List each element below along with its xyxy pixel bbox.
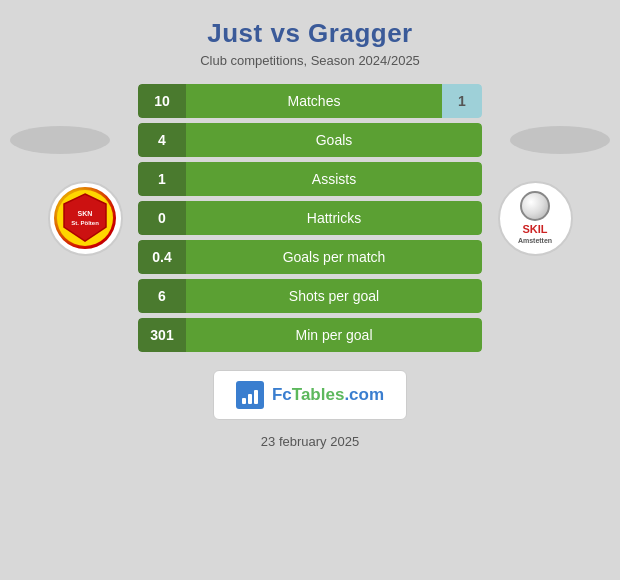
team-logo-left-circle: SKN St. Pölten	[48, 181, 123, 256]
stat-left-value-0: 10	[138, 84, 186, 118]
stat-row-0: 10Matches1	[138, 84, 482, 118]
team-logo-right: SKIL Amstetten	[490, 181, 580, 256]
svg-text:SKN: SKN	[78, 210, 93, 217]
stat-left-value-3: 0	[138, 201, 186, 235]
stat-label-1: Goals	[186, 123, 482, 157]
stat-row-4: 0.4Goals per match	[138, 240, 482, 274]
skil-text: SKIL Amstetten	[518, 223, 552, 246]
stat-row-2: 1Assists	[138, 162, 482, 196]
decorative-blob-right	[510, 126, 610, 154]
bar-2	[248, 394, 252, 404]
stat-label-2: Assists	[186, 162, 482, 196]
footer-date: 23 february 2025	[261, 434, 359, 449]
header: Just vs Gragger Club competitions, Seaso…	[0, 0, 620, 74]
decorative-blob-left	[10, 126, 110, 154]
team-logo-right-circle: SKIL Amstetten	[498, 181, 573, 256]
bar-1	[242, 398, 246, 404]
stat-left-value-5: 6	[138, 279, 186, 313]
skil-ball-icon	[520, 191, 550, 221]
bar-3	[254, 390, 258, 404]
stat-label-6: Min per goal	[186, 318, 482, 352]
stat-row-6: 301Min per goal	[138, 318, 482, 352]
fctables-label: FcTables.com	[272, 385, 384, 405]
stats-container: 10Matches14Goals1Assists0Hattricks0.4Goa…	[130, 84, 490, 352]
page-wrapper: Just vs Gragger Club competitions, Seaso…	[0, 0, 620, 580]
main-content: SKN St. Pölten 10Matches14Goals1Assists0…	[0, 74, 620, 352]
stat-right-value-0: 1	[442, 84, 482, 118]
team-right-emblem: SKIL Amstetten	[504, 187, 566, 249]
stat-left-value-2: 1	[138, 162, 186, 196]
fctables-icon	[236, 381, 264, 409]
stat-label-4: Goals per match	[186, 240, 482, 274]
fctables-badge[interactable]: FcTables.com	[213, 370, 407, 420]
stat-left-value-4: 0.4	[138, 240, 186, 274]
bar-chart-icon	[242, 386, 258, 404]
team-logo-left: SKN St. Pölten	[40, 181, 130, 256]
stat-left-value-1: 4	[138, 123, 186, 157]
svg-text:St. Pölten: St. Pölten	[71, 220, 99, 226]
header-subtitle: Club competitions, Season 2024/2025	[10, 53, 610, 68]
stat-row-3: 0Hattricks	[138, 201, 482, 235]
team-left-emblem: SKN St. Pölten	[54, 187, 116, 249]
stat-label-0: Matches	[186, 84, 442, 118]
page-title: Just vs Gragger	[10, 18, 610, 49]
stat-label-5: Shots per goal	[186, 279, 482, 313]
stat-row-5: 6Shots per goal	[138, 279, 482, 313]
stat-row-1: 4Goals	[138, 123, 482, 157]
stat-left-value-6: 301	[138, 318, 186, 352]
stat-label-3: Hattricks	[186, 201, 482, 235]
